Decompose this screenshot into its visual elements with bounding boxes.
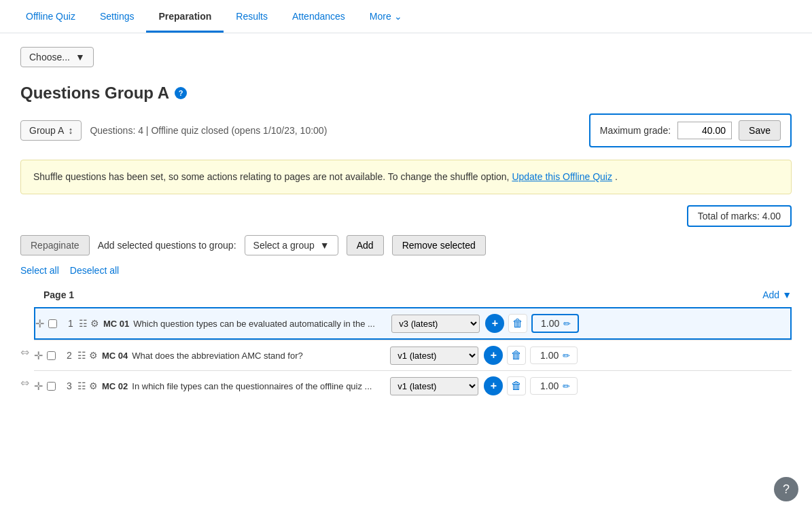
version-select[interactable]: v3 (latest) — [391, 315, 480, 333]
page-separator-icon[interactable]: ⇔ — [20, 376, 29, 389]
question-rows: ✛ 1 ☷ ⚙ MC 01 Which question types can b… — [34, 307, 792, 401]
edit-mark-button[interactable]: ✏ — [563, 319, 571, 329]
tab-results[interactable]: Results — [224, 0, 280, 33]
top-nav: Offline Quiz Settings Preparation Result… — [0, 0, 812, 33]
group-select-label: Group A — [29, 125, 64, 136]
list-icon[interactable]: ☷ — [79, 318, 88, 329]
warning-text-before: Shuffle questions has been set, so some … — [33, 171, 509, 182]
row-checkbox[interactable] — [47, 351, 56, 360]
add-group-label: Add selected questions to group: — [98, 240, 236, 251]
page-separator-icon[interactable]: ⇔ — [20, 346, 29, 359]
group-controls-row: Group A ↕ Questions: 4 | Offline quiz cl… — [20, 113, 792, 147]
page1-add-button[interactable]: Add ▼ — [762, 289, 792, 300]
group-help-icon[interactable]: ? — [175, 87, 187, 99]
choose-dropdown[interactable]: Choose... ▼ — [20, 47, 94, 67]
edit-mark-button[interactable]: ✏ — [563, 381, 570, 391]
save-button[interactable]: Save — [739, 120, 781, 141]
tab-offline-quiz[interactable]: Offline Quiz — [14, 0, 88, 33]
drag-handle-icon[interactable]: ✛ — [34, 349, 43, 362]
zoom-button[interactable]: + — [485, 314, 504, 333]
row-actions: + 🗑 1.00 ✏ — [484, 346, 578, 365]
gear-icon[interactable]: ⚙ — [90, 318, 99, 329]
repaginate-button[interactable]: Repaginate — [20, 235, 90, 255]
row-icons: ☷ ⚙ — [77, 380, 98, 391]
row-checkbox[interactable] — [47, 382, 56, 391]
remove-selected-button[interactable]: Remove selected — [392, 235, 486, 255]
version-select[interactable]: v1 (latest) — [390, 347, 478, 365]
tab-settings[interactable]: Settings — [88, 0, 147, 33]
mark-box: 1.00 ✏ — [530, 377, 578, 395]
question-text: In which file types can the questionnair… — [132, 381, 390, 391]
row-actions: + 🗑 1.00 ✏ — [484, 376, 578, 395]
main-content: Choose... ▼ Questions Group A ? Group A … — [0, 33, 812, 414]
drag-handle-icon[interactable]: ✛ — [34, 380, 43, 393]
row-icons: ☷ ⚙ — [79, 318, 99, 329]
chevron-down-icon: ▼ — [320, 240, 330, 251]
delete-button[interactable]: 🗑 — [507, 346, 526, 365]
group-title-row: Questions Group A ? — [20, 84, 792, 103]
warning-banner: Shuffle questions has been set, so some … — [20, 160, 792, 194]
page1-label: Page 1 — [43, 289, 74, 300]
select-group-dropdown[interactable]: Select a group ▼ — [245, 235, 338, 255]
mark-box: 1.00 ✏ — [530, 347, 578, 364]
select-links: Select all Deselect all — [20, 265, 792, 276]
zoom-button[interactable]: + — [484, 346, 503, 365]
max-grade-label: Maximum grade: — [600, 125, 671, 136]
add-button[interactable]: Add — [347, 235, 384, 255]
chevron-updown-icon: ↕ — [68, 125, 73, 136]
action-row: Repaginate Add selected questions to gro… — [20, 235, 792, 255]
page1-header: Page 1 Add ▼ — [34, 289, 792, 300]
table-row: ⇔ ✛ 2 ☷ ⚙ MC 04 What does the abbreviati… — [34, 340, 792, 370]
gear-icon[interactable]: ⚙ — [89, 380, 98, 391]
chevron-down-icon: ⌄ — [394, 11, 402, 22]
select-all-link[interactable]: Select all — [20, 265, 59, 276]
mark-value: 1.00 — [540, 350, 559, 361]
deselect-all-link[interactable]: Deselect all — [70, 265, 119, 276]
mark-box: 1.00 ✏ — [531, 314, 579, 333]
table-row: ⇔ ✛ 3 ☷ ⚙ MC 02 In which file types can … — [34, 370, 792, 401]
group-title-text: Questions Group A — [20, 84, 169, 103]
row-number: 3 — [61, 380, 77, 391]
row-icons: ☷ ⚙ — [77, 350, 98, 361]
group-a-select[interactable]: Group A ↕ — [20, 120, 82, 141]
questions-area: Page 1 Add ▼ ✛ 1 ☷ ⚙ MC 01 Which questio… — [20, 289, 792, 401]
max-grade-input[interactable] — [677, 122, 732, 139]
gear-icon[interactable]: ⚙ — [89, 350, 98, 361]
group-info-text: Questions: 4 | Offline quiz closed (open… — [90, 125, 580, 136]
row-actions: + 🗑 1.00 ✏ — [485, 314, 579, 333]
chevron-down-icon: ▼ — [75, 52, 85, 63]
select-group-placeholder: Select a group — [253, 240, 315, 251]
warning-text-after: . — [615, 171, 618, 182]
chevron-down-icon: ▼ — [782, 289, 792, 300]
delete-button[interactable]: 🗑 — [508, 314, 527, 333]
question-type: MC 02 — [102, 381, 128, 391]
list-icon[interactable]: ☷ — [77, 380, 86, 391]
update-quiz-link[interactable]: Update this Offline Quiz — [512, 171, 612, 182]
total-marks-text: Total of marks: 4.00 — [698, 211, 781, 221]
table-row: ✛ 1 ☷ ⚙ MC 01 Which question types can b… — [34, 307, 792, 340]
mark-value: 1.00 — [540, 380, 559, 391]
zoom-button[interactable]: + — [484, 376, 503, 395]
mark-value: 1.00 — [541, 318, 559, 329]
row-checkbox[interactable] — [48, 319, 57, 328]
row-number: 1 — [63, 318, 79, 329]
question-type: MC 04 — [102, 351, 128, 361]
drag-handle-icon[interactable]: ✛ — [35, 317, 44, 330]
tab-more[interactable]: More ⌄ — [357, 0, 414, 33]
row-number: 2 — [61, 350, 77, 361]
tab-attendances[interactable]: Attendances — [280, 0, 357, 33]
version-select[interactable]: v1 (latest) — [390, 377, 478, 395]
total-marks-container: Total of marks: 4.00 — [20, 205, 792, 227]
list-icon[interactable]: ☷ — [77, 350, 86, 361]
total-marks-box: Total of marks: 4.00 — [687, 205, 792, 227]
question-text: Which question types can be evaluated au… — [133, 319, 391, 329]
choose-dropdown-label: Choose... — [29, 52, 70, 63]
edit-mark-button[interactable]: ✏ — [563, 351, 570, 361]
question-text: What does the abbreviation AMC stand for… — [132, 351, 390, 361]
question-type: MC 01 — [103, 319, 129, 329]
delete-button[interactable]: 🗑 — [507, 376, 526, 395]
tab-preparation[interactable]: Preparation — [146, 0, 224, 33]
grade-box: Maximum grade: Save — [589, 113, 792, 147]
